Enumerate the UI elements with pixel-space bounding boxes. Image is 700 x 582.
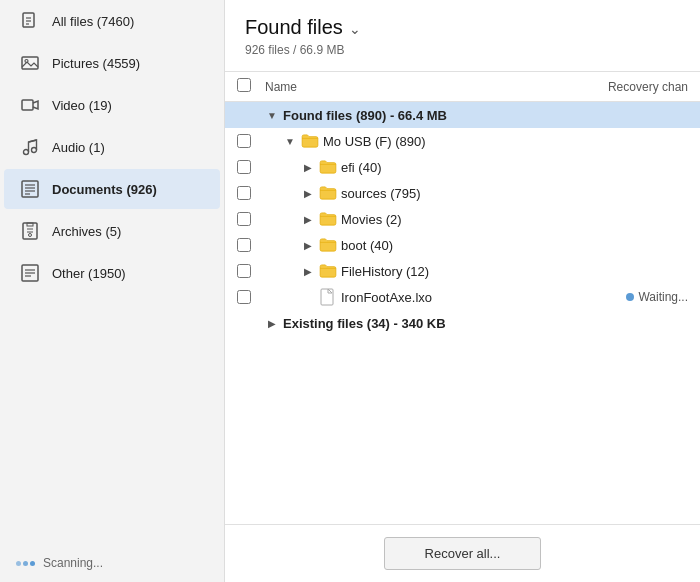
- filehistory-label: FileHistory (12): [341, 264, 429, 279]
- efi-label: efi (40): [341, 160, 381, 175]
- sidebar-item-pictures-label: Pictures (4559): [52, 56, 140, 71]
- sidebar-item-documents[interactable]: Documents (926): [4, 169, 220, 209]
- mo-usb-check-cell: [237, 134, 265, 148]
- filehistory-check-cell: [237, 264, 265, 278]
- svg-point-7: [24, 150, 29, 155]
- main-panel: Found files ⌄ 926 files / 66.9 MB Name R…: [225, 0, 700, 582]
- folder-icon-efi: [319, 160, 337, 174]
- boot-label: boot (40): [341, 238, 393, 253]
- ironfootaxe-check-cell: [237, 290, 265, 304]
- header-recovery: Recovery chan: [598, 80, 688, 94]
- folder-icon-mo-usb: [301, 134, 319, 148]
- ironfootaxe-checkbox[interactable]: [237, 290, 251, 304]
- tree-row-ironfootaxe[interactable]: IronFootAxe.lxo Waiting...: [225, 284, 700, 310]
- sidebar-item-other-label: Other (1950): [52, 266, 126, 281]
- sidebar-item-video[interactable]: Video (19): [4, 85, 220, 125]
- dot-3: [30, 561, 35, 566]
- sidebar-item-all-files[interactable]: All files (7460): [4, 1, 220, 41]
- movies-checkbox[interactable]: [237, 212, 251, 226]
- svg-line-9: [29, 140, 37, 142]
- tree-row-mo-usb[interactable]: ▼ Mo USB (F) (890): [225, 128, 700, 154]
- main-title: Found files: [245, 16, 343, 39]
- scanning-animation: [16, 561, 35, 566]
- group-found-files-label: Found files (890) - 66.4 MB: [283, 108, 447, 123]
- existing-files-label: Existing files (34) - 340 KB: [283, 316, 446, 331]
- audio-icon: [20, 137, 40, 157]
- tree-row-movies[interactable]: ▶ Movies (2): [225, 206, 700, 232]
- mo-usb-indent: ▼ Mo USB (F) (890): [265, 134, 598, 149]
- efi-toggle-icon[interactable]: ▶: [301, 160, 315, 174]
- scanning-label: Scanning...: [43, 556, 103, 570]
- boot-indent: ▶ boot (40): [265, 238, 598, 253]
- file-lxo-icon: [319, 288, 337, 306]
- title-chevron-icon[interactable]: ⌄: [349, 21, 361, 37]
- dot-1: [16, 561, 21, 566]
- ironfootaxe-status-label: Waiting...: [638, 290, 688, 304]
- sources-toggle-icon[interactable]: ▶: [301, 186, 315, 200]
- svg-point-8: [32, 148, 37, 153]
- svg-rect-6: [22, 100, 33, 110]
- group-toggle-icon[interactable]: ▼: [265, 108, 279, 122]
- waiting-dot: [626, 293, 634, 301]
- movies-indent: ▶ Movies (2): [265, 212, 598, 227]
- sidebar: All files (7460) Pictures (4559) Video (…: [0, 0, 225, 582]
- tree-row-sources[interactable]: ▶ sources (795): [225, 180, 700, 206]
- folder-icon-sources: [319, 186, 337, 200]
- movies-toggle-icon[interactable]: ▶: [301, 212, 315, 226]
- file-table: Name Recovery chan ▼ Found files (890) -…: [225, 72, 700, 524]
- group-header-existing-files[interactable]: ▶ Existing files (34) - 340 KB: [225, 310, 700, 336]
- header-check-cell: [237, 78, 265, 95]
- sidebar-item-audio[interactable]: Audio (1): [4, 127, 220, 167]
- main-subtitle: 926 files / 66.9 MB: [245, 43, 680, 65]
- sources-label: sources (795): [341, 186, 420, 201]
- select-all-checkbox[interactable]: [237, 78, 251, 92]
- efi-indent: ▶ efi (40): [265, 160, 598, 175]
- ironfootaxe-label: IronFootAxe.lxo: [341, 290, 432, 305]
- movies-label: Movies (2): [341, 212, 402, 227]
- sources-checkbox[interactable]: [237, 186, 251, 200]
- sidebar-item-video-label: Video (19): [52, 98, 112, 113]
- tree-row-filehistory[interactable]: ▶ FileHistory (12): [225, 258, 700, 284]
- efi-checkbox[interactable]: [237, 160, 251, 174]
- main-header: Found files ⌄ 926 files / 66.9 MB: [225, 0, 700, 72]
- svg-rect-0: [23, 13, 34, 27]
- existing-indent: ▶ Existing files (34) - 340 KB: [265, 316, 598, 331]
- sources-check-cell: [237, 186, 265, 200]
- recover-all-button[interactable]: Recover all...: [384, 537, 542, 570]
- mo-usb-toggle-icon[interactable]: ▼: [283, 134, 297, 148]
- filehistory-checkbox[interactable]: [237, 264, 251, 278]
- table-header-row: Name Recovery chan: [225, 72, 700, 102]
- group-header-found-files[interactable]: ▼ Found files (890) - 66.4 MB: [225, 102, 700, 128]
- sidebar-item-archives-label: Archives (5): [52, 224, 121, 239]
- folder-icon-filehistory: [319, 264, 337, 278]
- archive-icon: [20, 221, 40, 241]
- sidebar-item-other[interactable]: Other (1950): [4, 253, 220, 293]
- sidebar-item-all-files-label: All files (7460): [52, 14, 134, 29]
- other-icon: [20, 263, 40, 283]
- sidebar-item-audio-label: Audio (1): [52, 140, 105, 155]
- mo-usb-checkbox[interactable]: [237, 134, 251, 148]
- document-icon: [20, 179, 40, 199]
- title-row: Found files ⌄: [245, 16, 680, 39]
- svg-point-19: [29, 234, 32, 237]
- svg-rect-16: [27, 223, 33, 226]
- filehistory-toggle-icon[interactable]: ▶: [301, 264, 315, 278]
- folder-icon-movies: [319, 212, 337, 226]
- ironfootaxe-indent: IronFootAxe.lxo: [265, 288, 598, 306]
- header-name: Name: [265, 80, 598, 94]
- tree-row-boot[interactable]: ▶ boot (40): [225, 232, 700, 258]
- tree-row-efi[interactable]: ▶ efi (40): [225, 154, 700, 180]
- dot-2: [23, 561, 28, 566]
- boot-toggle-icon[interactable]: ▶: [301, 238, 315, 252]
- sidebar-item-archives[interactable]: Archives (5): [4, 211, 220, 251]
- scanning-status: Scanning...: [0, 544, 224, 582]
- svg-rect-10: [22, 181, 38, 197]
- svg-rect-24: [321, 289, 333, 305]
- mo-usb-label: Mo USB (F) (890): [323, 134, 426, 149]
- existing-toggle-icon[interactable]: ▶: [265, 316, 279, 330]
- file-icon: [20, 11, 40, 31]
- folder-icon-boot: [319, 238, 337, 252]
- boot-checkbox[interactable]: [237, 238, 251, 252]
- movies-check-cell: [237, 212, 265, 226]
- sidebar-item-pictures[interactable]: Pictures (4559): [4, 43, 220, 83]
